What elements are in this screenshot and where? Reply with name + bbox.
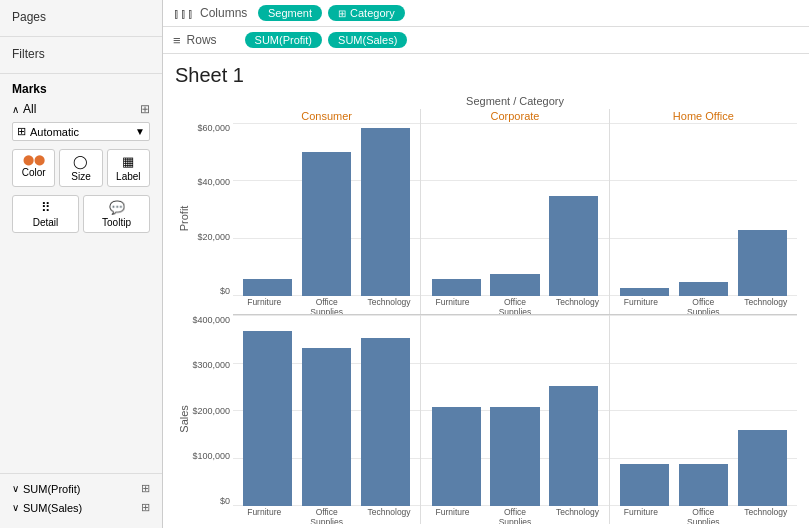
bar-1-1 (490, 407, 539, 506)
size-button[interactable]: ◯ Size (59, 149, 102, 187)
chevron-down-icon3: ∨ (12, 502, 19, 513)
category-pill-text: Category (350, 7, 395, 19)
marks-buttons2: ⠿ Detail 💬 Tooltip (12, 195, 150, 233)
sheet-area: Sheet 1 Segment / Category Consumer Corp… (163, 54, 809, 528)
x-label-1-1: OfficeSupplies (484, 296, 546, 314)
sales-x-labels: FurnitureOfficeSuppliesTechnologyFurnitu… (233, 506, 797, 524)
bar-col-1-2 (545, 123, 603, 296)
bar-2-0 (620, 288, 669, 297)
sum-profit-text: SUM(Profit) (23, 483, 80, 495)
rows-icon: ≡ (173, 33, 181, 48)
bar-1-0 (432, 407, 481, 506)
x-label-0-1: OfficeSupplies (295, 506, 357, 524)
category-pill[interactable]: ⊞ Category (328, 5, 405, 21)
x-label-2-0: Furniture (610, 296, 672, 314)
bar-col-2-1 (674, 315, 732, 506)
bar-col-2-1 (674, 123, 732, 296)
detail-button[interactable]: ⠿ Detail (12, 195, 79, 233)
bar-2-1 (679, 464, 728, 506)
category-icon: ⊞ (338, 8, 346, 19)
bar-1-2 (549, 386, 598, 506)
tooltip-label: Tooltip (102, 217, 131, 228)
x-seg-2: FurnitureOfficeSuppliesTechnology (609, 506, 797, 524)
segment-pill[interactable]: Segment (258, 5, 322, 21)
sidebar-measures: ∨ SUM(Profit) ⊞ ∨ SUM(Sales) ⊞ (0, 473, 162, 528)
columns-toolbar: ⫿⫿⫿ Columns Segment ⊞ Category (163, 0, 809, 27)
bar-col-0-2 (357, 315, 415, 506)
sum-sales-label: ∨ SUM(Sales) (12, 502, 82, 514)
bar-0-0 (243, 331, 292, 506)
marks-type-dropdown[interactable]: ⊞ Automatic ▼ (12, 122, 150, 141)
segment-group-1 (420, 123, 608, 296)
color-label: Color (22, 167, 46, 178)
bar-2-1 (679, 282, 728, 296)
segment-group-2 (609, 315, 797, 506)
bar-0-1 (302, 152, 351, 296)
color-button[interactable]: ⬤⬤ Color (12, 149, 55, 187)
profit-panel: Profit $60,000 $40,000 $20,000 $0 (175, 123, 797, 314)
x-label-2-2: Technology (735, 506, 797, 524)
bar-col-2-2 (733, 123, 791, 296)
profit-bars-grid: FurnitureOfficeSuppliesTechnologyFurnitu… (233, 123, 797, 314)
label-button[interactable]: ▦ Label (107, 149, 150, 187)
bar-col-2-0 (616, 123, 674, 296)
sum-profit-label: ∨ SUM(Profit) (12, 483, 80, 495)
segment-headers-row: Consumer Corporate Home Office (233, 109, 797, 123)
x-label-2-1: OfficeSupplies (672, 506, 734, 524)
size-icon: ◯ (73, 154, 88, 169)
bar-0-2 (361, 338, 410, 506)
sum-sales-pill-text: SUM(Sales) (338, 34, 397, 46)
x-label-0-0: Furniture (233, 506, 295, 524)
sum-sales-row: ∨ SUM(Sales) ⊞ (12, 501, 150, 514)
bars-icon: ⊞ (140, 102, 150, 116)
columns-label: Columns (200, 6, 252, 20)
x-label-0-2: Technology (358, 296, 420, 314)
chart-title: Segment / Category (233, 95, 797, 107)
bar-2-2 (738, 430, 787, 506)
x-seg-2: FurnitureOfficeSuppliesTechnology (609, 296, 797, 314)
x-seg-1: FurnitureOfficeSuppliesTechnology (420, 296, 608, 314)
segment-group-2 (609, 123, 797, 296)
bars-type-icon: ⊞ (17, 125, 26, 138)
bar-0-0 (243, 279, 292, 296)
sidebar: Pages Filters Marks ∧ All ⊞ ⊞ Automatic … (0, 0, 163, 528)
segment-header-homeoffice: Home Office (609, 109, 797, 123)
bar-col-2-2 (733, 315, 791, 506)
label-label: Label (116, 171, 140, 182)
tooltip-button[interactable]: 💬 Tooltip (83, 195, 150, 233)
chart-container: Segment / Category Consumer Corporate Ho… (175, 95, 797, 528)
main-content: ⫿⫿⫿ Columns Segment ⊞ Category ≡ Rows SU… (163, 0, 809, 528)
bar-col-0-0 (239, 315, 297, 506)
detail-label: Detail (33, 217, 59, 228)
sales-bars-row (233, 315, 797, 506)
x-seg-0: FurnitureOfficeSuppliesTechnology (233, 296, 420, 314)
segment-group-1 (420, 315, 608, 506)
chevron-down-icon: ∧ (12, 104, 19, 115)
bar-1-2 (549, 196, 598, 297)
x-label-1-0: Furniture (421, 296, 483, 314)
sum-profit-pill[interactable]: SUM(Profit) (245, 32, 322, 48)
segment-group-0 (233, 315, 420, 506)
sum-profit-icon: ⊞ (141, 482, 150, 495)
sum-sales-pill[interactable]: SUM(Sales) (328, 32, 407, 48)
tooltip-icon: 💬 (109, 200, 125, 215)
columns-icon: ⫿⫿⫿ (173, 6, 194, 21)
all-label: All (23, 102, 36, 116)
sum-profit-row: ∨ SUM(Profit) ⊞ (12, 482, 150, 495)
x-label-2-0: Furniture (610, 506, 672, 524)
color-icon: ⬤⬤ (23, 154, 45, 165)
filters-label: Filters (12, 47, 150, 61)
pages-label: Pages (12, 10, 150, 24)
two-chart-panels: Profit $60,000 $40,000 $20,000 $0 (175, 123, 797, 524)
sales-y-ticks: $400,000 $300,000 $200,000 $100,000 $0 (192, 315, 233, 524)
bar-col-2-0 (616, 315, 674, 506)
rows-label: Rows (187, 33, 239, 47)
x-label-0-0: Furniture (233, 296, 295, 314)
marks-all-row: ∧ All ⊞ (12, 102, 150, 116)
sheet-title: Sheet 1 (175, 64, 797, 87)
segment-header-consumer: Consumer (233, 109, 420, 123)
bar-col-0-1 (298, 123, 356, 296)
x-label-0-1: OfficeSupplies (295, 296, 357, 314)
pages-section: Pages (0, 0, 162, 37)
detail-icon: ⠿ (41, 200, 51, 215)
